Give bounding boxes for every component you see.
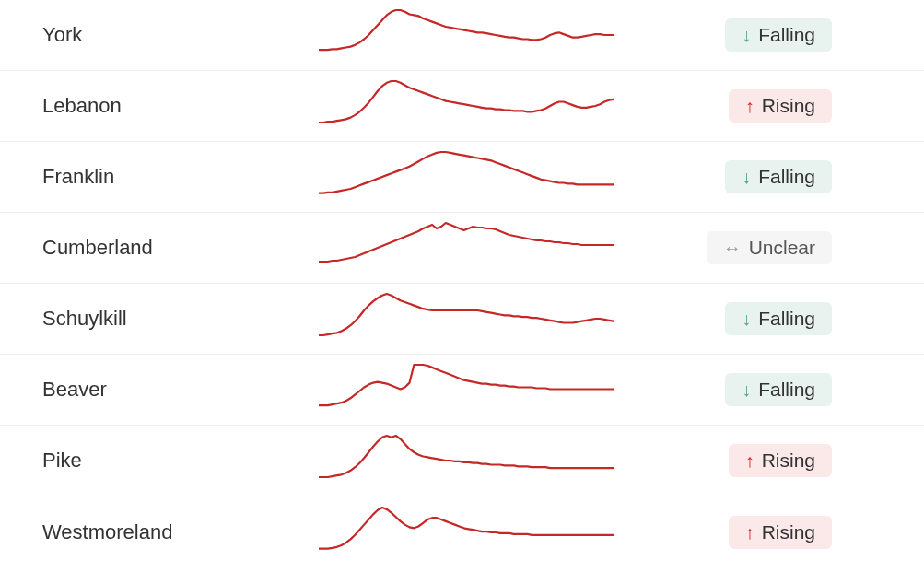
status-label: Rising <box>762 95 815 117</box>
sparkline <box>319 7 614 63</box>
county-name: York <box>42 23 319 47</box>
county-name: Franklin <box>42 165 319 189</box>
status-badge-wrap: ↓Falling <box>614 302 915 335</box>
status-label: Falling <box>758 379 815 401</box>
table-row: Beaver↓Falling <box>0 355 924 426</box>
sparkline <box>319 291 614 346</box>
county-name: Lebanon <box>42 94 319 118</box>
status-label: Rising <box>762 521 815 543</box>
status-badge: ↑Rising <box>729 516 832 549</box>
arrow-down-icon: ↓ <box>742 309 751 328</box>
arrow-up-icon: ↑ <box>745 97 754 115</box>
arrow-up-icon: ↑ <box>745 451 754 470</box>
table-row: Westmoreland↑Rising <box>0 496 924 567</box>
status-badge: ↔Unclear <box>707 231 832 264</box>
table-row: York↓Falling <box>0 0 924 71</box>
status-badge: ↓Falling <box>725 373 832 406</box>
sparkline <box>319 149 614 204</box>
county-name: Beaver <box>42 378 319 402</box>
table-row: Cumberland↔Unclear <box>0 213 924 284</box>
county-name: Westmoreland <box>42 520 319 544</box>
table-row: Schuylkill↓Falling <box>0 284 924 355</box>
status-label: Falling <box>758 308 815 330</box>
arrow-down-icon: ↓ <box>742 168 751 186</box>
sparkline <box>319 220 614 275</box>
status-badge: ↑Rising <box>729 89 832 123</box>
status-label: Falling <box>758 166 815 188</box>
county-name: Cumberland <box>42 236 319 260</box>
status-badge-wrap: ↓Falling <box>614 18 915 52</box>
status-badge-wrap: ↑Rising <box>614 89 915 123</box>
sparkline <box>319 78 614 134</box>
status-label: Unclear <box>749 237 815 259</box>
status-badge-wrap: ↑Rising <box>614 444 915 477</box>
county-trend-table: York↓FallingLebanon↑RisingFranklin↓Falli… <box>0 0 924 567</box>
sparkline <box>319 505 614 560</box>
arrow-up-icon: ↑ <box>745 523 754 542</box>
table-row: Pike↑Rising <box>0 426 924 496</box>
status-badge-wrap: ↓Falling <box>614 373 915 406</box>
status-badge: ↓Falling <box>725 302 832 335</box>
status-badge-wrap: ↔Unclear <box>614 231 915 264</box>
status-badge-wrap: ↓Falling <box>614 160 915 193</box>
status-label: Rising <box>762 449 815 472</box>
status-badge: ↓Falling <box>725 160 832 193</box>
county-name: Pike <box>42 449 319 473</box>
status-badge-wrap: ↑Rising <box>614 516 915 549</box>
status-badge: ↑Rising <box>729 444 832 477</box>
arrow-down-icon: ↓ <box>742 380 751 399</box>
status-label: Falling <box>758 24 815 46</box>
arrow-leftright-icon: ↔ <box>723 239 742 257</box>
table-row: Lebanon↑Rising <box>0 71 924 142</box>
county-name: Schuylkill <box>42 307 319 331</box>
sparkline <box>319 362 614 417</box>
table-row: Franklin↓Falling <box>0 142 924 213</box>
status-badge: ↓Falling <box>725 18 832 52</box>
arrow-down-icon: ↓ <box>742 26 751 44</box>
sparkline <box>319 433 614 488</box>
